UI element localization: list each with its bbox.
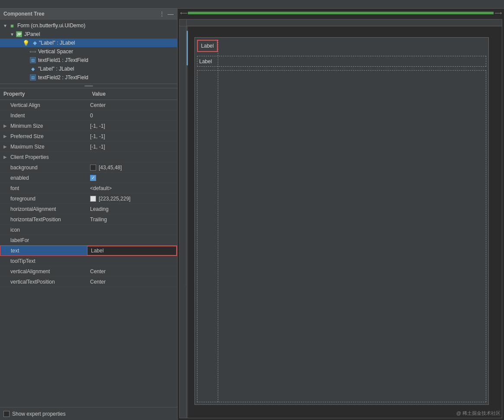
prop-value-font[interactable]: <default> xyxy=(87,184,177,193)
tree-item-label-textfield1: textField1 : JTextField xyxy=(38,57,88,63)
preview-dashed-area xyxy=(197,70,486,402)
preview-label-normal[interactable]: Label xyxy=(197,56,486,67)
spacer-icon: ⟺ xyxy=(29,48,36,55)
preview-area: Label Label xyxy=(179,19,502,418)
prop-row-client-props[interactable]: ▶ Client Properties xyxy=(0,152,177,162)
prop-name-client-props: ▶ Client Properties xyxy=(0,153,87,162)
prop-name-indent: Indent xyxy=(0,111,87,120)
prop-name-preferred-size: ▶ Preferred Size xyxy=(0,132,87,141)
prop-name-font: font xyxy=(0,184,87,193)
prop-value-background[interactable]: [43,45,48] xyxy=(87,163,177,172)
preview-progress-bar xyxy=(188,12,494,14)
prop-row-label-for[interactable]: labelFor xyxy=(0,235,177,246)
prop-row-text[interactable]: text Label xyxy=(0,246,177,256)
tree-item-textfield2[interactable]: ▤ textField2 : JTextField xyxy=(0,73,177,82)
prop-row-icon[interactable]: icon xyxy=(0,225,177,235)
prop-name-tooltip: toolTipText xyxy=(0,257,87,265)
ruler-v-svg xyxy=(180,26,187,286)
right-panel: ⟵ ⟶ xyxy=(178,9,504,420)
jpanel-icon: JP xyxy=(16,31,23,38)
prop-row-enabled[interactable]: enabled ✓ xyxy=(0,173,177,183)
prop-row-font[interactable]: font <default> xyxy=(0,183,177,194)
enabled-checkbox[interactable]: ✓ xyxy=(90,175,96,181)
prop-value-vertical-align[interactable]: Center xyxy=(87,101,177,110)
prop-value-label-for[interactable] xyxy=(87,239,177,242)
prop-value-icon[interactable] xyxy=(87,229,177,231)
prop-row-vertical-alignment[interactable]: verticalAlignment Center xyxy=(0,266,177,277)
prop-row-tooltip[interactable]: toolTipText xyxy=(0,256,177,266)
preview-form: Label Label xyxy=(194,37,489,405)
prop-value-horizontal-align[interactable]: Leading xyxy=(87,205,177,213)
tree-item-form[interactable]: ▼ ■ Form (cn.butterfly.ui.UIDemo) xyxy=(0,21,177,30)
prop-row-maximum-size[interactable]: ▶ Maximum Size [-1, -1] xyxy=(0,142,177,152)
tree-content: ▼ ■ Form (cn.butterfly.ui.UIDemo) ▼ JP J… xyxy=(0,19,177,84)
prop-name-vertical-text-pos: verticalTextPosition xyxy=(0,278,87,286)
prop-row-vertical-align[interactable]: Vertical Align Center xyxy=(0,100,177,110)
prop-value-maximum-size[interactable]: [-1, -1] xyxy=(87,142,177,151)
tree-header-title: Component Tree xyxy=(3,11,45,17)
tree-item-label1[interactable]: 💡 ◆ "Label" : JLabel xyxy=(0,39,177,47)
prop-header: Property Value xyxy=(0,88,177,100)
prop-name-text: text xyxy=(0,246,87,255)
prop-row-foreground[interactable]: foreground [223,225,229] xyxy=(0,194,177,204)
resize-grip xyxy=(84,85,93,87)
tree-item-jpanel[interactable]: ▼ JP JPanel xyxy=(0,30,177,39)
minimize-icon[interactable]: — xyxy=(168,10,174,17)
expert-props-checkbox[interactable] xyxy=(3,411,10,417)
prop-row-minimum-size[interactable]: ▶ Minimum Size [-1, -1] xyxy=(0,121,177,131)
prop-value-indent[interactable]: 0 xyxy=(87,111,177,120)
more-icon[interactable]: ⋮ xyxy=(159,10,165,17)
tree-item-spacer[interactable]: ⟺ Vertical Spacer xyxy=(0,47,177,56)
preview-label-selected-text: Label xyxy=(201,43,213,49)
prop-value-vertical-alignment[interactable]: Center xyxy=(87,267,177,276)
prop-name-background: background xyxy=(0,163,87,172)
prop-value-text[interactable]: Label xyxy=(87,246,177,255)
ruler-horizontal xyxy=(187,19,502,26)
main-layout: Component Tree ⋮ — ▼ ■ Form (cn.butterfl… xyxy=(0,9,504,420)
tag-icon-label2: ◆ xyxy=(29,65,36,72)
preview-right-arrow[interactable]: ⟶ xyxy=(494,10,502,16)
textfield2-icon: ▤ xyxy=(29,74,36,81)
prop-row-vertical-text-pos[interactable]: verticalTextPosition Center xyxy=(0,277,177,287)
prop-name-icon: icon xyxy=(0,226,87,234)
prop-value-minimum-size[interactable]: [-1, -1] xyxy=(87,122,177,130)
background-color-swatch[interactable] xyxy=(90,165,96,171)
foreground-color-swatch[interactable] xyxy=(90,196,96,202)
tree-item-textfield1[interactable]: ▤ textField1 : JTextField xyxy=(0,56,177,65)
prop-value-client-props[interactable] xyxy=(87,156,177,158)
prop-row-preferred-size[interactable]: ▶ Preferred Size [-1, -1] xyxy=(0,131,177,142)
prop-value-preferred-size[interactable]: [-1, -1] xyxy=(87,132,177,141)
prop-row-indent[interactable]: Indent 0 xyxy=(0,110,177,121)
prop-name-label-for: labelFor xyxy=(0,236,87,245)
preview-label-selected[interactable]: Label xyxy=(197,40,218,52)
prop-value-vertical-text-pos[interactable]: Center xyxy=(87,278,177,286)
top-bar xyxy=(0,0,504,9)
prop-name-minimum-size: ▶ Minimum Size xyxy=(0,122,87,130)
prop-value-tooltip[interactable] xyxy=(87,260,177,262)
prop-row-horizontal-text-pos[interactable]: horizontalTextPosition Trailing xyxy=(0,214,177,225)
textfield1-icon: ▤ xyxy=(29,57,36,64)
prop-header-value: Value xyxy=(89,88,178,100)
prop-value-foreground[interactable]: [223,225,229] xyxy=(87,194,177,203)
bulb-icon: 💡 xyxy=(23,39,29,46)
prop-name-enabled: enabled xyxy=(0,174,87,182)
preview-top-bar: ⟵ ⟶ xyxy=(178,9,504,17)
tree-header: Component Tree ⋮ — xyxy=(0,9,177,19)
tag-icon-label1: ◆ xyxy=(31,39,38,46)
component-tree: Component Tree ⋮ — ▼ ■ Form (cn.butterfl… xyxy=(0,9,177,84)
ruler-h-svg xyxy=(187,19,502,26)
left-panel: Component Tree ⋮ — ▼ ■ Form (cn.butterfl… xyxy=(0,9,178,420)
prop-value-enabled[interactable]: ✓ xyxy=(87,174,177,182)
preview-left-arrow[interactable]: ⟵ xyxy=(179,10,188,16)
tree-item-label2[interactable]: ◆ "Label" : JLabel xyxy=(0,65,177,73)
watermark: @ 稀土掘金技术社区 xyxy=(456,410,501,417)
prop-value-horizontal-text-pos[interactable]: Trailing xyxy=(87,215,177,224)
prop-row-horizontal-align[interactable]: horizontalAlignment Leading xyxy=(0,204,177,214)
canvas-content: Label Label xyxy=(188,26,502,418)
ruler-corner xyxy=(180,19,187,26)
resize-handle-v[interactable] xyxy=(0,84,177,88)
prop-row-background[interactable]: background [43,45,48] xyxy=(0,162,177,173)
tree-item-label-label2: "Label" : JLabel xyxy=(38,66,74,72)
tree-item-label-form: Form (cn.butterfly.ui.UIDemo) xyxy=(17,23,85,29)
tree-item-label-textfield2: textField2 : JTextField xyxy=(38,74,88,81)
